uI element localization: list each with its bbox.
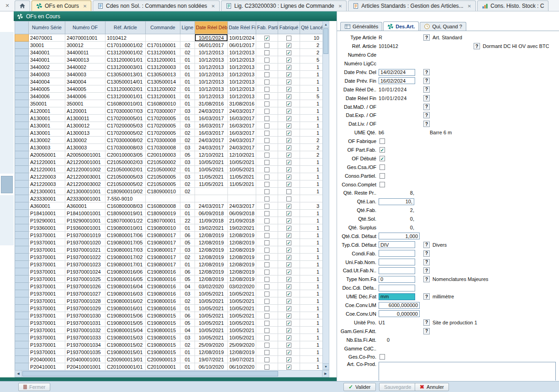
ref-article-cell[interactable]: C170100001/02: [105, 42, 146, 49]
fabrique-cell[interactable]: ✓: [278, 129, 300, 137]
ref-article-cell[interactable]: C131200001/01: [105, 93, 146, 100]
ligne-cell[interactable]: 01: [180, 166, 195, 173]
column-header[interactable]: Date Réel Début: [195, 21, 228, 34]
numero-of-cell[interactable]: P19370001025: [65, 275, 105, 283]
help-button[interactable]: ?: [423, 250, 430, 257]
numero-serie-cell[interactable]: A21220001: [29, 159, 65, 166]
numero-of-cell[interactable]: A21220003002: [65, 180, 105, 188]
date-reel-fin-cell[interactable]: 10/12/2013: [228, 93, 256, 100]
row-selector[interactable]: [15, 275, 29, 283]
ligne-cell[interactable]: 03: [180, 290, 195, 297]
table-row[interactable]: P19370001P19370001029C190800016/01C19080…: [15, 305, 323, 312]
date-reel-fin-cell[interactable]: 12/08/2019: [228, 275, 256, 283]
row-selector[interactable]: [15, 239, 29, 246]
fabrique-cell[interactable]: ✓: [278, 64, 300, 71]
checkbox[interactable]: ✓: [286, 270, 291, 275]
ref-article-cell[interactable]: C210500002/03: [105, 159, 146, 166]
fab-partielle-cell[interactable]: ✓: [256, 34, 278, 42]
checkbox[interactable]: ✓: [286, 328, 291, 333]
checkbox[interactable]: [264, 357, 269, 362]
date-reel-fin-cell[interactable]: 16/03/2017: [228, 122, 256, 129]
fabrique-cell[interactable]: ✓: [278, 224, 300, 232]
numero-serie-cell[interactable]: P19370001: [29, 239, 65, 246]
qte-lancee-cell[interactable]: 1: [300, 305, 323, 312]
table-row[interactable]: 350001350001C160800010/01C1608000100131/…: [15, 100, 323, 107]
column-header[interactable]: Qté Lancée: [300, 21, 323, 34]
qte-lancee-cell[interactable]: 1: [300, 356, 323, 363]
ref-article-cell[interactable]: C210500005/03: [105, 173, 146, 180]
numero-serie-cell[interactable]: A21300001: [29, 188, 65, 195]
fabrique-cell[interactable]: ✓: [278, 297, 300, 305]
ref-article-cell[interactable]: C131200003/01: [105, 64, 146, 71]
checkbox[interactable]: [264, 365, 269, 370]
table-row[interactable]: P19370001P19370001034C190800015/02C19080…: [15, 341, 323, 349]
table-row[interactable]: A21300001A21300001001C180900010/02C18090…: [15, 188, 323, 195]
checkbox[interactable]: ✓: [286, 160, 291, 165]
checkbox[interactable]: [264, 284, 269, 289]
date-reel-fin-cell[interactable]: 10/05/2021: [228, 290, 256, 297]
numero-of-cell[interactable]: P19370001024: [65, 268, 105, 275]
checkbox[interactable]: [264, 123, 269, 128]
numero-serie-cell[interactable]: P19370001: [29, 283, 65, 290]
date-reel-debut-cell[interactable]: 10/12/2013: [195, 93, 228, 100]
table-row[interactable]: A120001A120001C170300007/03C170300007032…: [15, 107, 323, 115]
checkbox[interactable]: ✓: [286, 299, 291, 304]
checkbox[interactable]: [264, 145, 269, 150]
date-reel-debut-cell[interactable]: 11/05/2021: [195, 173, 228, 180]
ligne-cell[interactable]: 02: [180, 129, 195, 137]
checkbox[interactable]: [264, 138, 269, 143]
fab-partielle-cell[interactable]: [256, 327, 278, 334]
ligne-cell[interactable]: 06: [180, 268, 195, 275]
table-row[interactable]: P20410001P20410001001C201000001/01C20100…: [15, 363, 323, 371]
detail-tab-des-art[interactable]: Des.Art.: [383, 21, 419, 31]
column-header[interactable]: Ligne: [180, 21, 195, 34]
tab-lignes-commande[interactable]: Lig. C230200030 : Lignes de Commande✕: [221, 0, 347, 11]
field-textarea[interactable]: [379, 362, 556, 381]
commande-cell[interactable]: C210500005: [146, 173, 180, 180]
field-checkbox[interactable]: ✓: [380, 147, 385, 153]
panel-close-icon[interactable]: ✕: [0, 0, 15, 11]
tab-close-icon[interactable]: ✕: [83, 4, 87, 9]
date-reel-fin-cell[interactable]: 12/08/2019: [228, 239, 256, 246]
ligne-cell[interactable]: 01: [180, 115, 195, 122]
ligne-cell[interactable]: 05: [180, 239, 195, 246]
table-row[interactable]: 34400033440003C130500013/01C130500013011…: [15, 71, 323, 78]
numero-of-cell[interactable]: P19360001001: [65, 224, 105, 232]
checkbox[interactable]: ✓: [286, 357, 291, 362]
fabrique-cell[interactable]: ✓: [278, 100, 300, 107]
commande-cell[interactable]: C180900010: [146, 188, 180, 195]
qte-lancee-cell[interactable]: 1: [300, 159, 323, 166]
qte-lancee-cell[interactable]: 2: [300, 151, 323, 159]
row-selector[interactable]: [15, 151, 29, 159]
field-input[interactable]: 1,000: [379, 233, 420, 239]
fabrique-cell[interactable]: ✓: [278, 254, 300, 261]
commande-cell[interactable]: C130500014: [146, 78, 180, 85]
fab-partielle-cell[interactable]: [256, 64, 278, 71]
fabrique-cell[interactable]: ✓: [278, 166, 300, 173]
fab-partielle-cell[interactable]: [256, 334, 278, 341]
commande-cell[interactable]: C170200005: [146, 115, 180, 122]
checkbox[interactable]: ✓: [286, 131, 291, 136]
commande-cell[interactable]: C131200001: [146, 49, 180, 56]
fabrique-cell[interactable]: ✓: [278, 327, 300, 334]
qte-lancee-cell[interactable]: [300, 195, 323, 202]
fab-partielle-cell[interactable]: [256, 363, 278, 371]
numero-of-cell[interactable]: P19370001031: [65, 319, 105, 327]
table-row[interactable]: A21220001A21220001002C210500002/01C21050…: [15, 166, 323, 173]
date-reel-debut-cell[interactable]: 19/07/2021: [195, 356, 228, 363]
checkbox[interactable]: ✓: [286, 218, 291, 223]
detail-tab-g-n-ralit-s[interactable]: Généralités: [340, 22, 382, 31]
numero-serie-cell[interactable]: A130001: [29, 115, 65, 122]
fabrique-cell[interactable]: ✓: [278, 42, 300, 49]
date-reel-fin-cell[interactable]: 12/08/2019: [228, 232, 256, 239]
field-checkbox[interactable]: [380, 173, 385, 179]
checkbox[interactable]: ✓: [286, 50, 291, 55]
column-header[interactable]: Numéro OF: [65, 21, 105, 34]
help-button[interactable]: ?: [423, 69, 430, 75]
date-reel-debut-cell[interactable]: 24/03/2017: [195, 107, 228, 115]
numero-serie-cell[interactable]: A130002: [29, 137, 65, 144]
checkbox[interactable]: [264, 343, 269, 348]
field-input[interactable]: [379, 259, 415, 265]
commande-cell[interactable]: C190800015: [146, 341, 180, 349]
row-selector[interactable]: [15, 327, 29, 334]
